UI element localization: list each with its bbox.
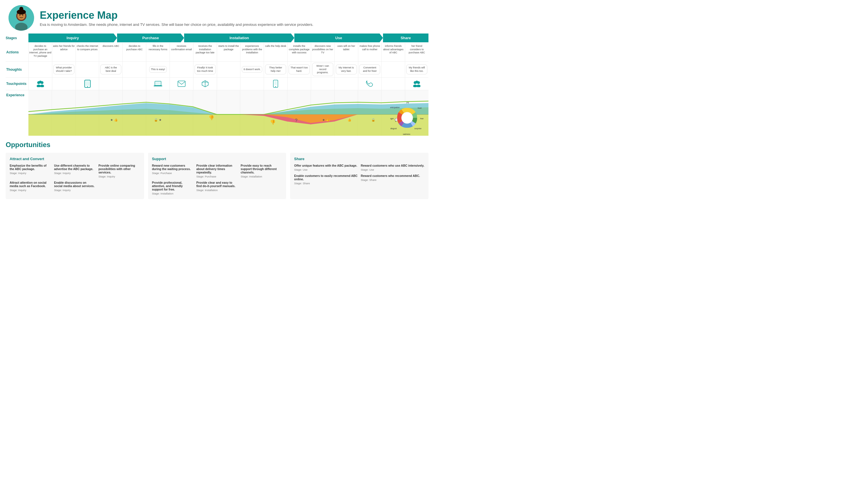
svg-text:sadness: sadness: [403, 133, 411, 135]
touchpoint-cell-8: [217, 78, 240, 90]
svg-text:🔒: 🔒: [371, 118, 375, 122]
svg-text:★ 👍: ★ 👍: [322, 118, 330, 122]
action-cell-11: installs the complete package with succe…: [287, 43, 311, 61]
stage-inquiry: Inquiry: [28, 34, 117, 42]
touchpoint-cell-14: [358, 78, 382, 90]
thought-cell-0: [28, 62, 52, 77]
svg-point-27: [275, 86, 276, 87]
touchpoints-label: Touchpoints: [6, 78, 28, 90]
thought-cell-6: [170, 62, 193, 77]
avatar: [9, 5, 34, 31]
action-cell-8: starts to install the package: [217, 43, 240, 61]
action-cell-6: receives confirmation email: [170, 43, 193, 61]
stages-label: Stages: [6, 34, 28, 42]
svg-point-32: [413, 84, 417, 87]
page-title: Experience Map: [40, 9, 314, 21]
action-cell-1: asks her friends for advice: [52, 43, 76, 61]
opp-item: Provide professional, attentive, and fri…: [152, 181, 193, 195]
svg-rect-22: [178, 81, 185, 87]
touchpoint-cell-16: [405, 78, 429, 90]
touchpoint-cell-13: [334, 78, 358, 90]
action-cell-9: experiences problems with the installati…: [240, 43, 264, 61]
svg-text:👎: 👎: [270, 119, 276, 125]
touchpoint-cell-12: [311, 78, 334, 90]
stage-installation: Installation: [184, 34, 294, 42]
svg-point-14: [37, 84, 41, 87]
svg-point-13: [39, 81, 42, 83]
opp-item: Provide easy to reach support through di…: [241, 164, 282, 178]
stage-purchase: Purchase: [117, 34, 184, 42]
opp-item: Use different channels to advertise the …: [54, 164, 95, 178]
touchpoints-grid: [28, 78, 429, 90]
svg-text:surprise: surprise: [414, 128, 422, 130]
svg-point-5: [22, 14, 23, 16]
svg-text:?: ?: [295, 118, 297, 123]
experience-label: Experience: [6, 90, 28, 136]
action-cell-7: receives the installation package too la…: [193, 43, 217, 61]
svg-point-33: [417, 84, 421, 87]
opp-share-items: Offer unique features with the ABC packa…: [294, 164, 424, 185]
experience-row: Experience: [6, 90, 429, 136]
opp-item: Reward customers who recommend ABC. Stag…: [361, 174, 424, 185]
touchpoint-cell-9: [240, 78, 264, 90]
svg-point-10: [19, 7, 23, 11]
action-cell-15: informs friends about advantages of ABC: [381, 43, 405, 61]
touchpoint-cell-4: [123, 78, 146, 90]
svg-rect-17: [86, 81, 89, 86]
opp-card-support: Support Reward new customers during the …: [148, 153, 286, 199]
svg-point-31: [416, 81, 418, 83]
action-cell-10: calls the help desk: [264, 43, 287, 61]
thought-cell-5: This is easy!: [146, 62, 170, 77]
thought-cell-4: [123, 62, 146, 77]
opp-support-title: Support: [152, 157, 282, 161]
touchpoint-cell-1: [52, 78, 76, 90]
opportunities-grid: Attract and Convert Emphasize the benefi…: [6, 153, 429, 199]
svg-text:🔒 ★: 🔒 ★: [154, 118, 162, 122]
header-description: Eva is moving to Amsterdam. She needs ph…: [40, 23, 314, 27]
opp-attract-items: Emphasize the benefits of the ABC packag…: [10, 164, 140, 192]
touchpoint-cell-6: [170, 78, 193, 90]
svg-rect-20: [155, 82, 161, 85]
thought-cell-10: They better help me!: [264, 62, 287, 77]
thought-cell-11: That wasn't too hard.: [287, 62, 311, 77]
touchpoints-row: Touchpoints: [6, 78, 429, 90]
opp-item: Provide clear and easy to find do-it-you…: [196, 181, 238, 195]
thought-cell-1: What provider should I take?: [52, 62, 76, 77]
touchpoint-cell-7: [193, 78, 217, 90]
touchpoint-cell-15: [381, 78, 405, 90]
thoughts-label: Thoughts: [6, 62, 28, 77]
touchpoint-cell-5: [146, 78, 170, 90]
opp-card-attract: Attract and Convert Emphasize the benefi…: [6, 153, 144, 199]
action-cell-14: makes free phone call to mother: [358, 43, 382, 61]
opp-item: Offer unique features with the ABC packa…: [294, 164, 358, 171]
touchpoint-cell-11: [287, 78, 311, 90]
opp-item: Attract attention on social media such a…: [10, 181, 51, 192]
action-cell-3: discovers ABC: [99, 43, 123, 61]
thought-cell-16: My friends will like this too.: [405, 62, 429, 77]
svg-text:anger: anger: [390, 118, 394, 120]
svg-text:fear: fear: [420, 118, 424, 119]
thought-cell-14: Convenient and for free!: [358, 62, 382, 77]
svg-text:trust: trust: [418, 107, 422, 109]
action-cell-12: discovers new possibilities on her TV: [311, 43, 334, 61]
thoughts-grid: What provider should I take?ABC is the b…: [28, 62, 429, 77]
stage-share: Share: [383, 34, 429, 42]
actions-grid: decides to purchase an internet, phone a…: [28, 43, 429, 61]
opp-item: Reward customers who use ABC intensively…: [361, 164, 424, 171]
opp-item: Provide clear information about delivery…: [196, 164, 238, 178]
action-cell-5: fills in the necessary forms: [146, 43, 170, 61]
opp-support-items: Reward new customers during the waiting …: [152, 164, 282, 195]
svg-rect-21: [154, 86, 162, 86]
opp-item: Provide online comparing possibilities w…: [98, 164, 140, 178]
stage-use: Use: [294, 34, 383, 42]
chart-container: 👎 👎 ? ★ 👍 🔒 ★ ★ 👍 👍 🔒 💬: [28, 90, 429, 136]
action-cell-0: decides to purchase an internet, phone a…: [28, 43, 52, 61]
svg-text:disgust: disgust: [391, 128, 397, 130]
header: Experience Map Eva is moving to Amsterda…: [0, 0, 434, 34]
opp-item: Enable discussions on social media about…: [54, 181, 95, 192]
svg-point-65: [401, 112, 413, 123]
experience-map: Stages Inquiry Purchase Installation Use…: [0, 34, 434, 136]
svg-text:★ 👍: ★ 👍: [110, 118, 118, 122]
thought-cell-12: Wow! I can record programs.: [311, 62, 334, 77]
opp-item: Enable customers to easily recommend ABC…: [294, 174, 358, 185]
